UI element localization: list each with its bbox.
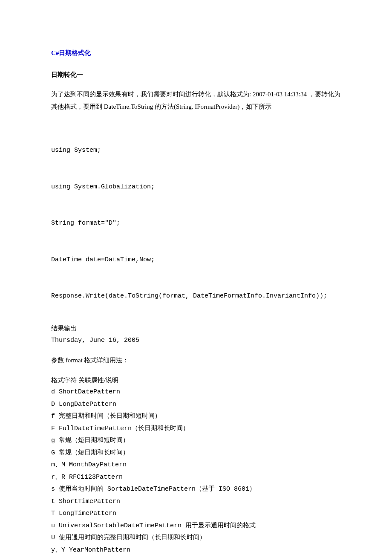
table-row: U 使用通用时间的完整日期和时间（长日期和长时间）: [51, 532, 341, 544]
table-row: T LongTimePattern: [51, 508, 341, 520]
intro-paragraph: 为了达到不同的显示效果有时，我们需要对时间进行转化，默认格式为: 2007-01…: [51, 88, 341, 113]
table-row: D LongDatePattern: [51, 399, 341, 411]
table-row: d ShortDatePattern: [51, 386, 341, 399]
code-line: Response.Write(date.ToString(format, Dat…: [51, 290, 341, 303]
output-label: 结果输出: [51, 322, 341, 335]
format-char-table: 格式字符 关联属性/说明 d ShortDatePattern D LongDa…: [51, 374, 341, 555]
code-block: using System; using System.Globalization…: [51, 120, 341, 315]
document-title: C#日期格式化: [51, 47, 341, 59]
table-row: s 使用当地时间的 SortableDateTimePattern（基于 ISO…: [51, 483, 341, 496]
code-line: String format="D";: [51, 217, 341, 230]
table-row: F FullDateTimePattern（长日期和长时间）: [51, 423, 341, 435]
table-row: u UniversalSortableDateTimePattern 用于显示通…: [51, 520, 341, 532]
param-intro: 参数 format 格式详细用法：: [51, 354, 341, 367]
table-row: r、R RFC1123Pattern: [51, 471, 341, 484]
output-block: 结果输出 Thursday, June 16, 2005: [51, 322, 341, 347]
table-row: t ShortTimePattern: [51, 496, 341, 508]
output-value: Thursday, June 16, 2005: [51, 335, 341, 347]
table-row: m、M MonthDayPattern: [51, 459, 341, 471]
table-row: y、Y YearMonthPattern: [51, 544, 341, 555]
code-line: DateTime date=DataTime,Now;: [51, 254, 341, 266]
section-heading: 日期转化一: [51, 69, 341, 81]
code-line: using System.Globalization;: [51, 181, 341, 194]
table-header: 格式字符 关联属性/说明: [51, 374, 341, 387]
table-row: f 完整日期和时间（长日期和短时间）: [51, 410, 341, 423]
code-line: using System;: [51, 145, 341, 157]
table-row: G 常规（短日期和长时间）: [51, 447, 341, 460]
table-row: g 常规（短日期和短时间）: [51, 435, 341, 447]
